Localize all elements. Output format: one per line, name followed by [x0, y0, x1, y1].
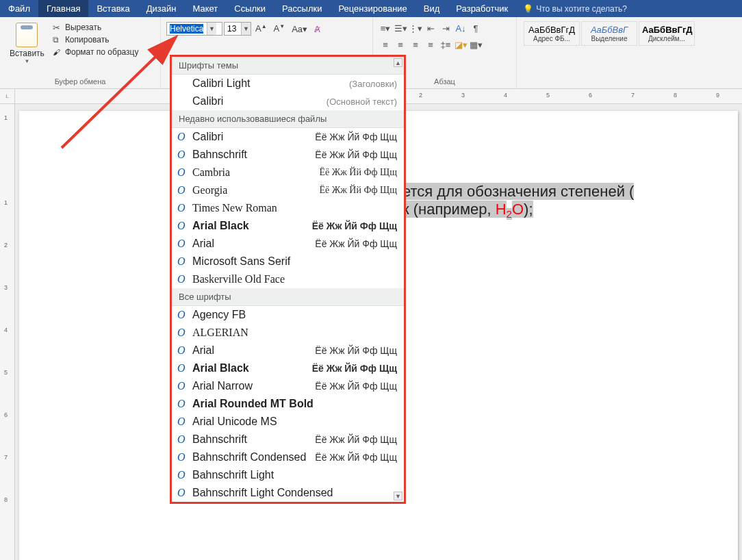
font-item[interactable]: OArialЁё Жж Йй Фф Щщ	[172, 235, 404, 253]
opentype-icon: O	[177, 202, 186, 214]
format-painter-button[interactable]: Формат по образцу	[51, 46, 140, 58]
font-item[interactable]: OArialЁё Жж Йй Фф Щщ	[172, 342, 404, 359]
font-item-name: Calibri	[192, 131, 223, 143]
font-item-name: Cambria	[192, 166, 230, 179]
font-item[interactable]: OBahnschrift Light Condensed	[172, 484, 404, 502]
opentype-icon: O	[177, 487, 186, 499]
font-size-combo[interactable]: 13 ▼	[224, 22, 251, 36]
change-case-button[interactable]: Aa▾	[289, 23, 310, 35]
font-item[interactable]: OCambriaЁё Жж Йй Фф Щщ	[172, 164, 404, 181]
chem-sub2: 2	[507, 208, 512, 220]
dd-theme-header: Шрифты темы	[172, 57, 404, 75]
tab-design[interactable]: Дизайн	[138, 0, 185, 17]
hruler-label: 3	[461, 92, 465, 99]
font-item-preview: Ёё Жж Йй Фф Щщ	[315, 131, 397, 142]
style-sample-3: АаБбВвГгД	[642, 25, 691, 35]
font-item[interactable]: OTimes New Roman	[172, 199, 404, 217]
paste-button[interactable]: Вставить ▼	[5, 20, 49, 76]
style-sample-2: АаБбВвГ	[585, 25, 634, 35]
hruler-label: 2	[419, 92, 422, 99]
tab-home[interactable]: Главная	[38, 0, 88, 17]
sort-button[interactable]: A↓	[454, 21, 468, 35]
font-name-dropdown-icon[interactable]: ▼	[207, 23, 216, 35]
opentype-icon: O	[177, 166, 186, 179]
tab-file[interactable]: Файл	[0, 0, 38, 17]
scroll-up-button[interactable]: ▲	[394, 58, 402, 67]
line-spacing-button[interactable]: ‡≡	[439, 38, 452, 51]
font-name-combo[interactable]: ▼	[166, 22, 222, 36]
font-name-input[interactable]	[167, 23, 207, 34]
text-line1: ется для обозначения степеней (	[402, 183, 634, 200]
copy-label: Копировать	[65, 35, 110, 44]
font-item-note: (Основной текст)	[327, 97, 397, 107]
cut-button[interactable]: Вырезать	[51, 21, 140, 34]
align-left-button[interactable]: ≡	[379, 38, 392, 51]
tab-references[interactable]: Ссылки	[226, 0, 274, 17]
font-item[interactable]: OBahnschrift CondensedЁё Жж Йй Фф Щщ	[172, 448, 404, 466]
opentype-icon: O	[177, 184, 186, 196]
font-size-dropdown-icon[interactable]: ▼	[241, 23, 251, 35]
font-item-name: Bahnschrift Light Condensed	[192, 487, 333, 499]
font-item[interactable]: OCalibriЁё Жж Йй Фф Щщ	[172, 128, 404, 146]
opentype-icon: O	[177, 255, 186, 268]
align-center-button[interactable]: ≡	[394, 38, 407, 51]
font-item-name: Arial Black	[192, 362, 249, 374]
font-item[interactable]: OArial BlackЁё Жж Йй Фф Щщ	[172, 217, 404, 235]
justify-button[interactable]: ≡	[424, 38, 437, 51]
tell-me[interactable]: 💡 Что вы хотите сделать?	[516, 0, 742, 17]
paste-icon	[16, 23, 38, 47]
tab-mailings[interactable]: Рассылки	[274, 0, 330, 17]
tab-insert[interactable]: Вставка	[88, 0, 138, 17]
style-card-3[interactable]: АаБбВвГгД Дисклейм...	[639, 21, 695, 46]
clear-format-button[interactable]: A̷	[311, 23, 323, 35]
group-styles: АаБбВвГгД Адрес ФБ... АаБбВвГ Выделение …	[517, 17, 742, 88]
font-item[interactable]: OBahnschriftЁё Жж Йй Фф Щщ	[172, 431, 404, 448]
shrink-font-button[interactable]: A▼	[271, 23, 288, 34]
bullets-button[interactable]: ≡▾	[379, 21, 392, 35]
vruler-label: 7	[4, 454, 8, 461]
multilevel-button[interactable]: ⋮▾	[409, 21, 422, 35]
vruler-label: 8	[4, 496, 8, 503]
opentype-icon: O	[177, 238, 186, 250]
font-item[interactable]: OArial NarrowЁё Жж Йй Фф Щщ	[172, 377, 404, 395]
font-item-preview: Ёё Жж Йй Фф Щщ	[315, 345, 397, 356]
style-card-2[interactable]: АаБбВвГ Выделение	[581, 21, 637, 46]
show-marks-button[interactable]: ¶	[469, 21, 483, 35]
borders-button[interactable]: ▦▾	[469, 38, 483, 51]
vruler-label: 3	[4, 284, 8, 291]
font-item[interactable]: OArial Rounded MT Bold	[172, 395, 404, 413]
numbering-button[interactable]: ☰▾	[394, 21, 407, 35]
indent-button[interactable]: ⇥	[439, 21, 452, 35]
font-item[interactable]: OBahnschriftЁё Жж Йй Фф Щщ	[172, 146, 404, 164]
clipboard-group-label: Буфер обмена	[5, 76, 155, 88]
font-item[interactable]: OGeorgiaЁё Жж Йй Фф Щщ	[172, 181, 404, 199]
font-item[interactable]: OALGERIAN	[172, 324, 404, 342]
font-item[interactable]: OMicrosoft Sans Serif	[172, 253, 404, 270]
tab-layout[interactable]: Макет	[184, 0, 226, 17]
outdent-button[interactable]: ⇤	[424, 21, 437, 35]
font-item[interactable]: OBahnschrift Light	[172, 466, 404, 484]
hruler-label: 4	[504, 92, 507, 99]
style-card-1[interactable]: АаБбВвГгД Адрес ФБ...	[524, 21, 580, 46]
font-item[interactable]: Calibri Light(Заголовки)	[172, 75, 404, 92]
copy-button[interactable]: Копировать	[51, 34, 140, 46]
shading-button[interactable]: ◪▾	[454, 38, 468, 51]
style-name-1: Адрес ФБ...	[527, 35, 576, 42]
tab-view[interactable]: Вид	[415, 0, 448, 17]
font-dropdown[interactable]: ▲ ▼ Шрифты темы Calibri Light(Заголовки)…	[170, 55, 406, 504]
opentype-icon: O	[177, 451, 186, 463]
font-item-name: Arial	[192, 344, 214, 357]
align-right-button[interactable]: ≡	[409, 38, 422, 51]
cut-label: Вырезать	[65, 23, 101, 32]
font-item[interactable]: OBaskerville Old Face	[172, 270, 404, 288]
vertical-ruler[interactable]: 112345678	[0, 104, 15, 560]
font-item[interactable]: OAgency FB	[172, 306, 404, 324]
font-item-name: Arial Black	[192, 220, 249, 232]
font-item[interactable]: Calibri(Основной текст)	[172, 92, 404, 110]
tab-developer[interactable]: Разработчик	[448, 0, 516, 17]
font-item[interactable]: OArial BlackЁё Жж Йй Фф Щщ	[172, 359, 404, 377]
font-item[interactable]: OArial Unicode MS	[172, 413, 404, 431]
tab-review[interactable]: Рецензирование	[330, 0, 415, 17]
opentype-icon: O	[177, 433, 186, 446]
grow-font-button[interactable]: A▲	[253, 23, 270, 34]
